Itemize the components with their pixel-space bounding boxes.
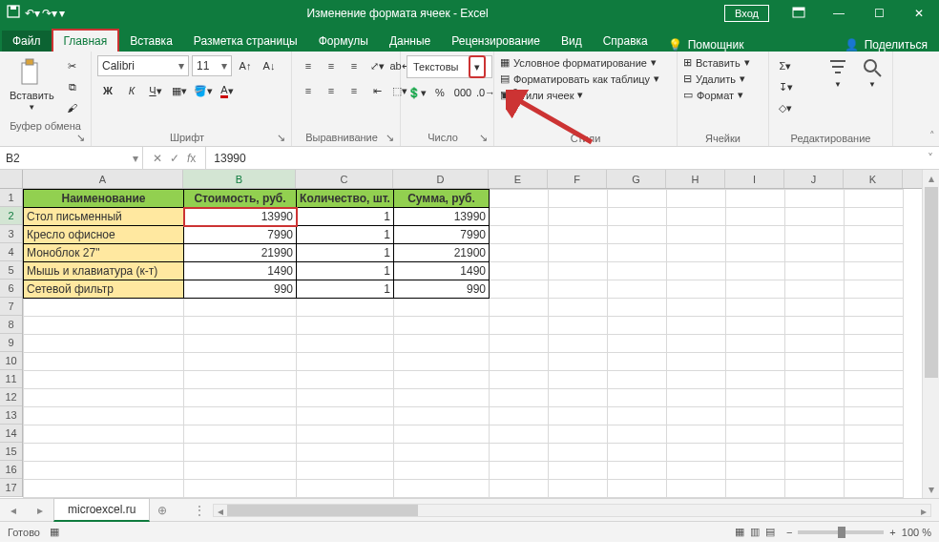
collapse-ribbon-icon[interactable]: ˄ (929, 130, 935, 142)
cancel-formula-icon[interactable]: ✕ (153, 152, 162, 165)
cell-E15[interactable] (490, 444, 549, 462)
paste-button[interactable]: Вставить ▼ (6, 55, 58, 114)
cell-B9[interactable] (184, 335, 297, 353)
bold-icon[interactable]: Ж (97, 80, 118, 101)
cell-I14[interactable] (726, 425, 785, 444)
zoom-in-icon[interactable]: + (889, 527, 895, 538)
cell-F6[interactable] (549, 280, 608, 299)
cell-H13[interactable] (667, 407, 726, 425)
cell-J2[interactable] (785, 208, 845, 226)
cell-F15[interactable] (549, 444, 608, 462)
cell-A6[interactable]: Сетевой фильтр (24, 280, 184, 299)
row-header-3[interactable]: 3 (0, 225, 22, 243)
cell-K4[interactable] (845, 244, 904, 262)
cell-H15[interactable] (667, 444, 726, 462)
cell-K7[interactable] (845, 299, 904, 317)
cell-K8[interactable] (845, 317, 904, 335)
cell-B1[interactable]: Стоимость, руб. (184, 190, 297, 208)
cell-E4[interactable] (490, 244, 549, 262)
cell-I7[interactable] (726, 299, 785, 317)
cell-E11[interactable] (490, 371, 549, 389)
row-header-6[interactable]: 6 (0, 280, 22, 298)
cell-D1[interactable]: Сумма, руб. (394, 190, 490, 208)
cell-D16[interactable] (394, 462, 490, 480)
cell-G3[interactable] (608, 226, 667, 244)
cell-B5[interactable]: 1490 (184, 262, 297, 280)
row-header-10[interactable]: 10 (0, 352, 22, 370)
cell-D8[interactable] (394, 317, 490, 335)
sheet-tab[interactable]: microexcel.ru (53, 498, 150, 522)
worksheet-grid[interactable]: ABCDEFGHIJK 1234567891011121314151617 На… (0, 170, 939, 498)
cell-G12[interactable] (608, 389, 667, 407)
currency-icon[interactable]: 💲▾ (407, 82, 428, 103)
cell-C2[interactable]: 1 (297, 208, 394, 226)
cell-C6[interactable]: 1 (297, 280, 394, 299)
cell-K5[interactable] (845, 262, 904, 280)
row-header-7[interactable]: 7 (0, 298, 22, 316)
chevron-down-icon[interactable]: ▾ (133, 152, 138, 165)
align-left-icon[interactable]: ≡ (298, 80, 319, 101)
autosum-icon[interactable]: Σ▾ (775, 55, 796, 76)
cell-G5[interactable] (608, 262, 667, 280)
cell-J5[interactable] (785, 262, 845, 280)
cell-C13[interactable] (297, 407, 394, 425)
cell-H14[interactable] (667, 425, 726, 444)
row-header-2[interactable]: 2 (0, 207, 22, 225)
align-right-icon[interactable]: ≡ (344, 80, 365, 101)
tab-file[interactable]: Файл (2, 31, 52, 52)
align-center-icon[interactable]: ≡ (321, 80, 342, 101)
cell-B11[interactable] (184, 371, 297, 389)
sort-filter-button[interactable]: ▼ (824, 55, 852, 91)
enter-formula-icon[interactable]: ✓ (170, 152, 179, 165)
dialog-launcher-icon[interactable]: ↘ (76, 132, 85, 144)
cell-C5[interactable]: 1 (297, 262, 394, 280)
cell-H3[interactable] (667, 226, 726, 244)
cell-B8[interactable] (184, 317, 297, 335)
cell-C1[interactable]: Количество, шт. (297, 190, 394, 208)
cell-A16[interactable] (24, 462, 184, 480)
copy-icon[interactable]: ⧉ (62, 76, 83, 97)
row-header-17[interactable]: 17 (0, 479, 22, 497)
cell-A15[interactable] (24, 444, 184, 462)
tell-me[interactable]: 💡Помощник (658, 38, 754, 52)
cell-J13[interactable] (785, 407, 845, 425)
format-cells-button[interactable]: ▭Формат▾ (683, 88, 743, 102)
decrease-font-icon[interactable]: A↓ (259, 55, 280, 76)
dialog-launcher-icon[interactable]: ↘ (277, 132, 285, 144)
cell-H2[interactable] (667, 208, 726, 226)
find-select-button[interactable]: ▼ (858, 55, 887, 91)
cell-F12[interactable] (549, 389, 608, 407)
cell-G9[interactable] (608, 335, 667, 353)
row-header-11[interactable]: 11 (0, 370, 22, 388)
cell-J9[interactable] (785, 335, 845, 353)
cell-D3[interactable]: 7990 (394, 226, 490, 244)
cell-F10[interactable] (549, 353, 608, 371)
cell-J1[interactable] (785, 190, 845, 208)
cell-I8[interactable] (726, 317, 785, 335)
format-as-table-button[interactable]: ▤Форматировать как таблицу▾ (500, 72, 659, 86)
cell-K10[interactable] (845, 353, 904, 371)
tab-view[interactable]: Вид (551, 31, 593, 52)
minimize-icon[interactable]: — (819, 0, 859, 27)
row-header-5[interactable]: 5 (0, 261, 22, 280)
format-painter-icon[interactable]: 🖌 (62, 97, 83, 118)
cell-I1[interactable] (726, 190, 785, 208)
login-button[interactable]: Вход (724, 5, 769, 22)
cell-F3[interactable] (549, 226, 608, 244)
cell-D11[interactable] (394, 371, 490, 389)
scroll-up-icon[interactable]: ▴ (923, 170, 939, 187)
font-color-icon[interactable]: А▾ (217, 80, 238, 101)
row-header-12[interactable]: 12 (0, 388, 22, 406)
column-headers[interactable]: ABCDEFGHIJK (23, 170, 922, 189)
cell-B13[interactable] (184, 407, 297, 425)
cell-D15[interactable] (394, 444, 490, 462)
cell-I15[interactable] (726, 444, 785, 462)
cell-C17[interactable] (297, 480, 394, 498)
col-header-D[interactable]: D (393, 170, 489, 188)
tab-review[interactable]: Рецензирование (441, 31, 551, 52)
cell-H12[interactable] (667, 389, 726, 407)
cell-F1[interactable] (549, 190, 608, 208)
cell-D2[interactable]: 13990 (394, 208, 490, 226)
cell-H6[interactable] (667, 280, 726, 299)
fx-icon[interactable]: fx (187, 152, 196, 165)
